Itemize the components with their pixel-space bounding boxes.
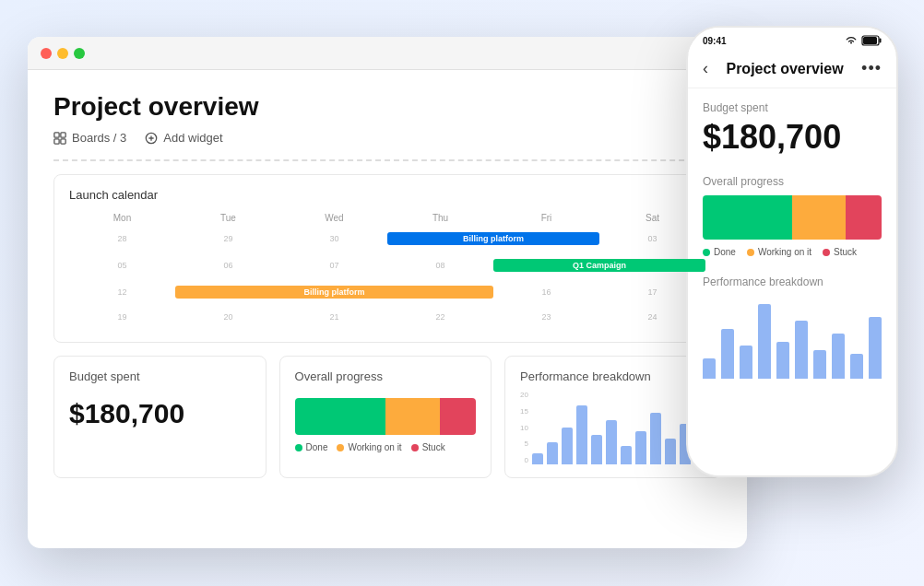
legend-label-stuck: Stuck: [422, 442, 445, 452]
phone-bar-chart: [703, 296, 882, 379]
phone-legend-stuck: Stuck: [823, 247, 857, 257]
phone-bar: [776, 342, 789, 380]
progress-bar: [295, 398, 477, 435]
phone-header: ‹ Project overview •••: [688, 53, 896, 88]
cal-row-4: 19 20 21 22 23 24: [69, 309, 705, 329]
phone-more-button[interactable]: •••: [861, 59, 882, 78]
svg-rect-2: [54, 138, 59, 143]
y-label: 15: [520, 407, 528, 416]
svg-rect-1: [61, 132, 65, 136]
calendar-title: Launch calendar: [69, 188, 705, 202]
legend-stuck: Stuck: [411, 442, 445, 452]
cal-cell: Billing platform: [175, 282, 281, 306]
browser-titlebar: [28, 37, 747, 70]
phone-bar: [795, 321, 808, 379]
phone-back-button[interactable]: ‹: [703, 59, 708, 78]
legend-label-done: Done: [306, 442, 328, 452]
phone-label-working: Working on it: [758, 247, 811, 257]
bar-col: [621, 446, 632, 464]
phone-progress-label: Overall progress: [703, 175, 882, 188]
calendar-header: Mon Tue Wed Thu Fri Sat: [69, 211, 705, 225]
phone-progress-bar: [703, 195, 882, 240]
cal-cell: 08: [387, 255, 493, 279]
svg-rect-0: [54, 132, 59, 136]
add-widget-button[interactable]: Add widget: [145, 131, 222, 145]
cal-cell: 19: [69, 309, 175, 329]
widgets-row: Budget spent $180,700 Overall progress D…: [53, 356, 721, 478]
boards-icon: [53, 132, 66, 145]
y-label: 5: [520, 440, 528, 448]
phone-segment-stuck: [846, 195, 882, 240]
event-billing-platform-1: Billing platform: [387, 232, 599, 245]
boards-button[interactable]: Boards / 3: [53, 131, 126, 145]
divider: [53, 159, 721, 161]
day-mon: Mon: [69, 211, 175, 225]
mobile-phone: 09:41 ‹ Project overview ••• Budget spen…: [686, 26, 898, 477]
cal-cell: 16: [493, 282, 599, 306]
bar-col: [650, 413, 661, 464]
phone-bar: [813, 350, 826, 380]
legend-label-working: Working on it: [348, 442, 401, 452]
chart-area: 20 15 10 5 0: [520, 391, 705, 464]
phone-segment-done: [703, 195, 792, 240]
svg-rect-8: [880, 39, 882, 43]
phone-dot-working: [747, 249, 754, 256]
calendar-grid: Mon Tue Wed Thu Fri Sat 28 29 30 Billing…: [69, 211, 705, 329]
cal-cell: Billing platform: [387, 229, 493, 252]
phone-bar: [721, 329, 734, 379]
svg-rect-3: [61, 138, 65, 143]
boards-label: Boards / 3: [72, 131, 126, 145]
cal-cell: 20: [175, 309, 281, 329]
bar-col: [635, 431, 646, 464]
bar-col: [606, 420, 617, 464]
cal-cell: 30: [281, 229, 387, 252]
bar-col: [576, 405, 587, 464]
phone-bar: [832, 334, 845, 380]
cal-cell: 07: [281, 255, 387, 279]
cal-cell: 12: [69, 282, 175, 306]
traffic-light-red[interactable]: [41, 48, 52, 59]
phone-bar: [850, 354, 863, 379]
add-widget-label: Add widget: [163, 131, 222, 145]
cal-cell: 22: [387, 309, 493, 329]
cal-row-3: 12 Billing platform 15 16 17: [69, 282, 705, 306]
traffic-light-green[interactable]: [74, 48, 85, 59]
legend-dot-done: [295, 444, 302, 451]
browser-window: Project overview Boards / 3 Add widget: [28, 37, 747, 548]
phone-legend-done: Done: [703, 247, 736, 257]
event-billing-platform-2: Billing platform: [175, 286, 493, 299]
traffic-light-yellow[interactable]: [57, 48, 68, 59]
phone-label-stuck: Stuck: [834, 247, 857, 257]
progress-title: Overall progress: [295, 369, 477, 383]
phone-bar: [703, 358, 716, 380]
cal-cell: 29: [175, 229, 281, 252]
cal-cell: 05: [69, 255, 175, 279]
bar-col: [547, 442, 558, 464]
budget-title: Budget spent: [69, 369, 251, 383]
add-widget-icon: [145, 132, 158, 145]
phone-content: Budget spent $180,700 Overall progress D…: [688, 88, 896, 392]
day-tue: Tue: [175, 211, 281, 225]
segment-stuck: [440, 398, 476, 435]
cal-row-2: 05 06 07 08 Q1 Campaign 10: [69, 255, 705, 279]
segment-working: [385, 398, 440, 435]
phone-status-bar: 09:41: [688, 28, 896, 53]
day-thu: Thu: [387, 211, 493, 225]
cal-row-1: 28 29 30 Billing platform 02 03: [69, 229, 705, 252]
legend-working: Working on it: [337, 442, 401, 452]
phone-label-done: Done: [714, 247, 736, 257]
phone-bar: [869, 317, 882, 380]
page-title: Project overview: [53, 92, 721, 122]
y-axis: 20 15 10 5 0: [520, 391, 532, 464]
y-label: 0: [520, 456, 528, 464]
budget-amount: $180,700: [69, 398, 251, 429]
bar-chart: [532, 391, 705, 464]
phone-segment-working: [792, 195, 846, 240]
phone-time: 09:41: [703, 36, 727, 46]
svg-rect-9: [863, 37, 877, 44]
segment-done: [295, 398, 385, 435]
calendar-widget: Launch calendar Mon Tue Wed Thu Fri Sat …: [53, 174, 721, 343]
browser-content: Project overview Boards / 3 Add widget: [28, 70, 747, 548]
bar-col: [665, 439, 676, 464]
phone-legend-working: Working on it: [747, 247, 811, 257]
